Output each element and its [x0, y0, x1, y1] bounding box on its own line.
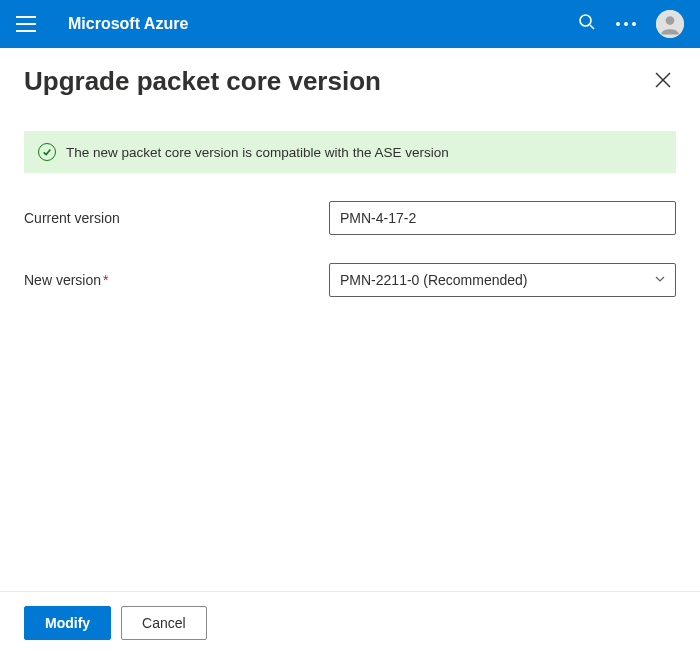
svg-point-0	[580, 15, 591, 26]
new-version-select[interactable]: PMN-2211-0 (Recommended)	[329, 263, 676, 297]
svg-point-3	[666, 16, 675, 25]
success-banner: The new packet core version is compatibl…	[24, 131, 676, 173]
modify-button[interactable]: Modify	[24, 606, 111, 640]
cancel-button[interactable]: Cancel	[121, 606, 207, 640]
content-area: The new packet core version is compatibl…	[0, 97, 700, 297]
new-version-select-value: PMN-2211-0 (Recommended)	[329, 263, 676, 297]
current-version-input[interactable]	[329, 201, 676, 235]
avatar[interactable]	[656, 10, 684, 38]
new-version-row: New version* PMN-2211-0 (Recommended)	[24, 263, 676, 297]
svg-line-1	[590, 25, 594, 29]
footer: Modify Cancel	[0, 591, 700, 654]
current-version-row: Current version	[24, 201, 676, 235]
new-version-label-text: New version	[24, 272, 101, 288]
brand-title: Microsoft Azure	[68, 15, 578, 33]
header-actions	[578, 10, 684, 38]
close-icon[interactable]	[650, 67, 676, 97]
page-title: Upgrade packet core version	[24, 66, 381, 97]
banner-message: The new packet core version is compatibl…	[66, 145, 449, 160]
check-circle-icon	[38, 143, 56, 161]
new-version-label: New version*	[24, 272, 329, 288]
required-mark: *	[103, 272, 108, 288]
panel-header: Upgrade packet core version	[0, 48, 700, 97]
search-icon[interactable]	[578, 13, 596, 35]
more-icon[interactable]	[616, 22, 636, 26]
current-version-label: Current version	[24, 210, 329, 226]
hamburger-menu-icon[interactable]	[16, 16, 36, 32]
top-header: Microsoft Azure	[0, 0, 700, 48]
